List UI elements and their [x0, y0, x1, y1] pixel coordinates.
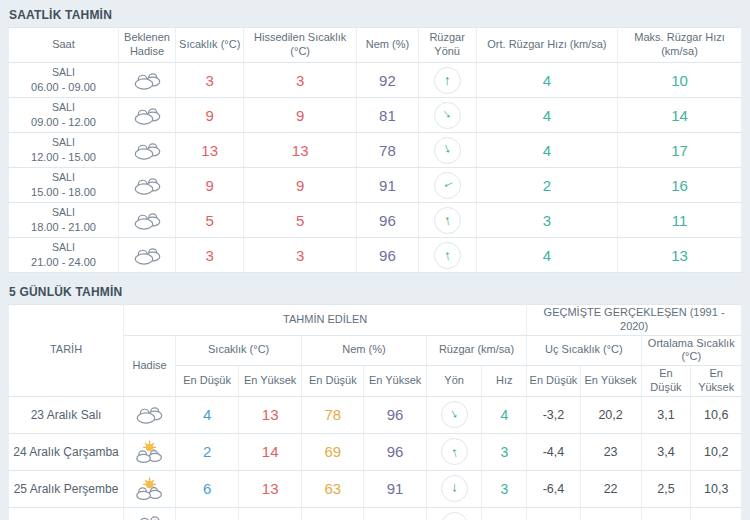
- wind-direction-arrow-icon: [440, 107, 454, 122]
- hourly-row: SALI09.00 - 12.00 9 9 81 4 14: [9, 98, 742, 133]
- group-header-sicaklik: Sıcaklık (°C): [176, 335, 302, 366]
- cloudy-icon: [132, 210, 163, 231]
- date-label: 23 Aralık Salı: [9, 396, 124, 433]
- wind-direction-cell: [426, 433, 482, 470]
- hourly-row: SALI21.00 - 24.00 3 3 96 4 13: [9, 238, 742, 273]
- daily-row: 24 Aralık Çarşamba 2 14 69 96 3 -4,4 23 …: [9, 433, 742, 470]
- day-label: SALI: [11, 65, 116, 80]
- humidity-value: 96: [357, 238, 419, 273]
- avg-wind-speed-value: 4: [476, 63, 617, 98]
- wind-speed-value: 4: [482, 396, 527, 433]
- condition-cell: [124, 433, 176, 470]
- humidity-min-value: 69: [302, 433, 364, 470]
- humidity-max-value: 96: [364, 396, 426, 433]
- wind-direction-circle: [441, 475, 468, 502]
- col-header-sicaklik: Sıcaklık (°C): [176, 28, 244, 63]
- temp-min-value: 4: [176, 396, 239, 433]
- temp-max-value: 13: [239, 396, 302, 433]
- col-header-extreme-max: En Yüksek: [580, 366, 641, 397]
- wind-direction-cell: [426, 507, 482, 520]
- temp-max-value: 13: [239, 470, 302, 507]
- average-max-value: 10,2: [691, 433, 742, 470]
- date-label: 25 Aralık Perşembe: [9, 470, 124, 507]
- wind-direction-circle: [434, 102, 461, 129]
- col-header-temp-max: En Yüksek: [239, 366, 302, 397]
- daily-row: 25 Aralık Perşembe 6 13 63 91 3 -6,4 22 …: [9, 470, 742, 507]
- day-label: SALI: [11, 240, 116, 255]
- daily-row: 23 Aralık Salı 4 13 78 96 4 -3,2 20,2 3,…: [9, 396, 742, 433]
- partly-sunny-icon: [134, 440, 165, 464]
- condition-cell: [118, 203, 175, 238]
- time-cell: SALI09.00 - 12.00: [9, 98, 119, 133]
- wind-direction-arrow-icon: [451, 482, 458, 496]
- group-header-ruzgar: Rüzgar (km/sa): [426, 335, 526, 366]
- temp-min-value: 6: [176, 470, 239, 507]
- time-range: 12.00 - 15.00: [11, 150, 116, 165]
- time-cell: SALI18.00 - 21.00: [9, 203, 119, 238]
- group-header-uc-sicaklik: Uç Sıcaklık (°C): [527, 335, 641, 366]
- humidity-value: 91: [357, 168, 419, 203]
- wind-direction-circle: [434, 172, 461, 199]
- wind-direction-arrow-icon: [444, 73, 451, 87]
- group-header-gecmiste-gerceklesen: GEÇMİŞTE GERÇEKLEŞEN (1991 - 2020): [527, 305, 742, 336]
- hourly-forecast-table: Saat Beklenen Hadise Sıcaklık (°C) Hisse…: [8, 27, 742, 273]
- extreme-max-value: 20,4: [580, 507, 641, 520]
- date-label: 26 Aralık Cuma: [9, 507, 124, 520]
- temperature-value: 9: [176, 168, 244, 203]
- average-max-value: 10,6: [691, 396, 742, 433]
- average-min-value: 2,5: [641, 470, 691, 507]
- cloudy-icon: [132, 70, 163, 91]
- daily-row: 26 Aralık Cuma 5 11 66 92 14 -3,7 20,4 2…: [9, 507, 742, 520]
- max-wind-speed-value: 13: [618, 238, 742, 273]
- max-wind-speed-value: 14: [618, 98, 742, 133]
- wind-speed-value: 3: [482, 470, 527, 507]
- humidity-value: 96: [357, 203, 419, 238]
- wind-direction-circle: [441, 438, 468, 465]
- temperature-value: 9: [176, 98, 244, 133]
- hourly-row: SALI15.00 - 18.00 9 9 91 2 16: [9, 168, 742, 203]
- wind-direction-circle: [434, 207, 461, 234]
- col-header-hadise: Hadise: [124, 335, 176, 396]
- col-header-wind-direction: Yön: [426, 366, 482, 397]
- feels-like-value: 13: [244, 133, 357, 168]
- humidity-max-value: 92: [364, 507, 426, 520]
- col-header-wind-speed: Hız: [482, 366, 527, 397]
- hourly-header-row: Saat Beklenen Hadise Sıcaklık (°C) Hisse…: [9, 28, 742, 63]
- time-range: 15.00 - 18.00: [11, 185, 116, 200]
- feels-like-value: 3: [244, 63, 357, 98]
- wind-direction-cell: [418, 133, 476, 168]
- temperature-value: 13: [176, 133, 244, 168]
- wind-direction-cell: [418, 203, 476, 238]
- wind-direction-arrow-icon: [439, 179, 455, 191]
- condition-cell: [118, 63, 175, 98]
- humidity-value: 78: [357, 133, 419, 168]
- cloudy-icon: [134, 404, 165, 425]
- temp-min-value: 5: [176, 507, 239, 520]
- group-header-ortalama-sicaklik: Ortalama Sıcaklık (°C): [641, 335, 742, 366]
- wind-direction-arrow-icon: [449, 444, 459, 459]
- wind-speed-value: 14: [482, 507, 527, 520]
- condition-cell: [124, 396, 176, 433]
- humidity-min-value: 63: [302, 470, 364, 507]
- daily-forecast-title: 5 GÜNLÜK TAHMİN: [0, 277, 750, 304]
- col-header-humidity-max: En Yüksek: [364, 366, 426, 397]
- date-label: 24 Aralık Çarşamba: [9, 433, 124, 470]
- col-header-humidity-min: En Düşük: [302, 366, 364, 397]
- wind-direction-arrow-icon: [443, 248, 452, 263]
- wind-direction-circle: [441, 401, 468, 428]
- extreme-min-value: -3,7: [527, 507, 581, 520]
- hourly-row: SALI06.00 - 09.00 3 3 92 4 10: [9, 63, 742, 98]
- time-cell: SALI15.00 - 18.00: [9, 168, 119, 203]
- max-wind-speed-value: 17: [618, 133, 742, 168]
- average-max-value: 10,3: [691, 470, 742, 507]
- wind-direction-cell: [426, 396, 482, 433]
- rainy-icon: [134, 513, 165, 520]
- cloudy-icon: [132, 175, 163, 196]
- feels-like-value: 5: [244, 203, 357, 238]
- cloudy-icon: [132, 105, 163, 126]
- humidity-max-value: 96: [364, 433, 426, 470]
- col-header-ruzgar-yonu: Rüzgar Yönü: [418, 28, 476, 63]
- feels-like-value: 9: [244, 168, 357, 203]
- max-wind-speed-value: 16: [618, 168, 742, 203]
- wind-direction-arrow-icon: [441, 142, 452, 158]
